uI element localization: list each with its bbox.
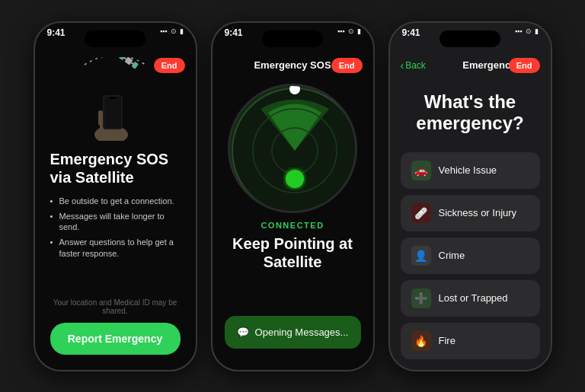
battery-icon-2: ▮ [357,27,361,35]
dynamic-island-3 [440,30,500,47]
opening-messages-button[interactable]: 💬 Opening Messages... [225,316,361,349]
bullet-1: Be outside to get a connection. [50,196,181,206]
option-sickness[interactable]: 🩹 Sickness or Injury [401,195,540,231]
phone1-footer: Your location and Medical ID may be shar… [50,298,181,355]
wifi-icon-2: ⊙ [348,27,354,35]
option-sickness-label: Sickness or Injury [439,207,517,218]
report-emergency-button[interactable]: Report Emergency [50,323,181,355]
battery-icon-3: ▮ [535,27,539,35]
crime-icon: 👤 [411,246,431,266]
status-time-2: 9:41 [225,27,243,38]
phone2-screen: 9:41 ▪▪▪ ⊙ ▮ Emergency SOS End [213,23,373,370]
fire-icon: 🔥 [411,331,431,351]
message-icon: 💬 [237,327,249,338]
phone1-text-area: Emergency SOS via Satellite Be outside t… [50,150,181,298]
option-fire-label: Fire [439,335,456,346]
option-fire[interactable]: 🔥 Fire [401,323,540,359]
status-icons-1: ▪▪▪ ⊙ ▮ [160,27,184,35]
phone1-bullets: Be outside to get a connection. Messages… [50,196,181,259]
emergency-question: What's the emergency? [402,91,539,135]
status-icons-3: ▪▪▪ ⊙ ▮ [515,27,539,35]
vehicle-icon: 🚗 [411,161,431,180]
status-time-3: 9:41 [402,27,420,38]
bullet-3: Answer questions to help get a faster re… [50,237,181,259]
wifi-icon: ⊙ [171,27,177,35]
sickness-icon: 🩹 [411,203,431,223]
emergency-options-list: 🚗 Vehicle Issue 🩹 Sickness or Injury 👤 C… [401,152,540,359]
back-button[interactable]: ‹ Back [401,59,426,72]
opening-messages-label: Opening Messages... [255,327,349,338]
back-chevron-icon: ‹ [401,59,404,72]
option-lost-label: Lost or Trapped [439,292,508,304]
status-icons-2: ▪▪▪ ⊙ ▮ [337,27,361,35]
battery-icon: ▮ [180,27,184,35]
phone1-title: Emergency SOS via Satellite [50,150,181,186]
dynamic-island-1 [85,30,145,47]
end-button-3[interactable]: End [509,58,540,73]
option-vehicle-label: Vehicle Issue [439,164,497,176]
svg-rect-7 [98,110,103,126]
option-crime-label: Crime [439,250,465,261]
signal-icon: ▪▪▪ [160,27,168,35]
location-text: Your location and Medical ID may be shar… [50,298,181,315]
keep-pointing-label: Keep Pointing at Satellite [217,234,368,271]
lost-icon: ➕ [411,288,431,308]
phone1-screen: 9:41 ▪▪▪ ⊙ ▮ End [35,23,196,370]
phone1-content: Emergency SOS via Satellite Be outside t… [35,23,196,370]
option-vehicle[interactable]: 🚗 Vehicle Issue [401,152,540,189]
connected-label: CONNECTED [261,221,324,230]
signal-icon-2: ▪▪▪ [337,27,345,35]
end-button-1[interactable]: End [154,58,185,73]
phone-2: 9:41 ▪▪▪ ⊙ ▮ Emergency SOS End [211,21,375,371]
back-label: Back [405,60,426,71]
option-lost[interactable]: ➕ Lost or Trapped [401,280,540,317]
dynamic-island-2 [262,30,323,47]
end-button-2[interactable]: End [331,58,363,73]
status-time-1: 9:41 [47,27,66,38]
phone-3: 9:41 ▪▪▪ ⊙ ▮ ‹ Back Emergency SOS End Wh… [388,21,552,371]
phone-1: 9:41 ▪▪▪ ⊙ ▮ End [34,21,197,371]
phone3-screen: 9:41 ▪▪▪ ⊙ ▮ ‹ Back Emergency SOS End Wh… [390,23,551,370]
bullet-2: Messages will take longer to send. [50,211,181,233]
svg-rect-13 [110,97,116,99]
svg-rect-12 [104,97,121,128]
satellite-illustration [69,57,161,141]
signal-icon-3: ▪▪▪ [515,27,523,35]
option-crime[interactable]: 👤 Crime [401,237,540,274]
wifi-icon-3: ⊙ [526,27,532,35]
